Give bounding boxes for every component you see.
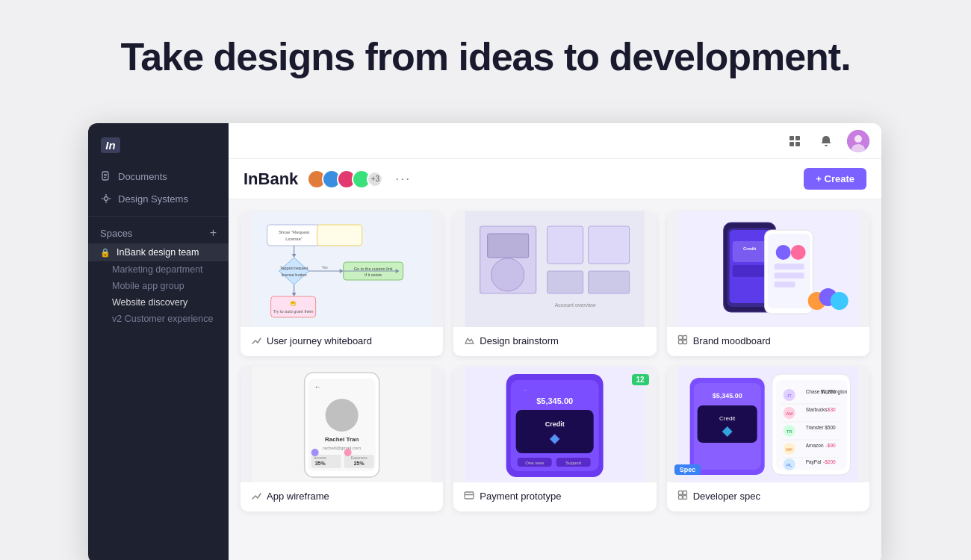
sidebar-item-inbank-design-team[interactable]: 🔒 InBank design team bbox=[88, 243, 229, 261]
svg-rect-45 bbox=[547, 226, 583, 264]
svg-text:License": License" bbox=[285, 237, 303, 241]
card-thumb-payment-prototype: ← $5,345.00 Credit One view Support bbox=[453, 367, 656, 482]
svg-rect-11 bbox=[789, 142, 794, 146]
card-thumb-brand-moodboard: Credit bbox=[667, 211, 869, 327]
svg-text:←: ← bbox=[314, 383, 321, 391]
card-icon-developer-spec bbox=[677, 490, 688, 503]
svg-rect-70 bbox=[683, 340, 686, 344]
svg-text:Show "Request: Show "Request bbox=[279, 230, 309, 234]
card-icon-payment-prototype bbox=[464, 490, 474, 503]
avatar-count: +3 bbox=[367, 171, 383, 187]
card-design-brainstorm[interactable]: Account overview Design brainstorm bbox=[453, 211, 656, 356]
card-developer-spec[interactable]: $5,345.00 Credit JT Chase Worthington $1… bbox=[667, 367, 869, 511]
svg-rect-48 bbox=[589, 271, 630, 293]
card-payment-prototype[interactable]: ← $5,345.00 Credit One view Support bbox=[453, 367, 656, 511]
sidebar-sub-marketing[interactable]: Marketing department bbox=[88, 261, 229, 278]
card-thumb-design-brainstorm: Account overview bbox=[453, 211, 656, 327]
project-title-row: InBank +3 ··· bbox=[243, 169, 414, 189]
svg-rect-61 bbox=[774, 264, 804, 270]
svg-rect-68 bbox=[683, 336, 686, 340]
svg-point-59 bbox=[775, 245, 790, 260]
sidebar-logo: In bbox=[88, 134, 229, 165]
svg-text:if it exists: if it exists bbox=[364, 273, 382, 277]
cards-grid: Show "Request License" What's the messag… bbox=[229, 199, 881, 560]
hero-title: Take designs from ideas to development. bbox=[0, 36, 971, 78]
svg-text:Income: Income bbox=[314, 455, 326, 460]
svg-rect-47 bbox=[547, 271, 583, 293]
svg-text:Go to the custom link: Go to the custom link bbox=[354, 267, 393, 271]
svg-text:Try to auto grant them: Try to auto grant them bbox=[273, 309, 314, 314]
sidebar-item-documents[interactable]: Documents bbox=[88, 165, 229, 187]
svg-point-14 bbox=[854, 135, 862, 143]
svg-rect-56 bbox=[732, 265, 766, 277]
svg-rect-58 bbox=[767, 234, 810, 308]
notification-bell-icon[interactable] bbox=[816, 131, 837, 152]
card-user-journey[interactable]: Show "Request License" What's the messag… bbox=[241, 211, 443, 356]
sidebar-sub-website-discovery[interactable]: Website discovery bbox=[88, 294, 229, 311]
card-thumb-app-wireframe: ← Rachel Tran rachelt@gmail.com Income E… bbox=[241, 367, 443, 482]
svg-rect-12 bbox=[795, 142, 800, 146]
card-label-payment-prototype: Payment prototype bbox=[453, 482, 656, 511]
spaces-header: Spaces + bbox=[88, 223, 229, 243]
svg-rect-9 bbox=[789, 136, 794, 140]
svg-point-66 bbox=[830, 292, 848, 310]
svg-point-84 bbox=[311, 449, 319, 456]
svg-text:Starbucks: Starbucks bbox=[805, 407, 828, 412]
card-app-wireframe[interactable]: ← Rachel Tran rachelt@gmail.com Income E… bbox=[241, 367, 443, 511]
svg-text:$5,345.00: $5,345.00 bbox=[537, 396, 574, 405]
card-label-developer-spec: Developer spec bbox=[667, 482, 869, 511]
add-space-button[interactable]: + bbox=[210, 227, 217, 239]
sidebar-sub-v2-customer[interactable]: v2 Customer experience bbox=[88, 311, 229, 327]
project-title: InBank bbox=[243, 169, 298, 189]
card-label-design-brainstorm: Design brainstorm bbox=[453, 327, 656, 356]
svg-rect-54 bbox=[732, 241, 766, 262]
svg-rect-105 bbox=[697, 405, 757, 443]
documents-icon bbox=[100, 170, 112, 182]
create-button[interactable]: + Create bbox=[804, 168, 866, 190]
svg-rect-136 bbox=[678, 496, 682, 500]
svg-text:$1,200: $1,200 bbox=[820, 389, 835, 394]
card-thumb-user-journey: Show "Request License" What's the messag… bbox=[241, 211, 443, 327]
svg-text:25%: 25% bbox=[354, 461, 365, 466]
more-options-button[interactable]: ··· bbox=[392, 171, 414, 187]
svg-rect-137 bbox=[683, 496, 686, 500]
svg-point-4 bbox=[105, 197, 108, 201]
content-header: InBank +3 ··· + Create bbox=[229, 159, 881, 199]
svg-rect-17 bbox=[267, 225, 321, 246]
design-systems-icon bbox=[100, 193, 112, 205]
svg-text:Credit: Credit bbox=[545, 420, 565, 428]
svg-text:MK: MK bbox=[786, 447, 792, 452]
svg-text:-$30: -$30 bbox=[825, 407, 835, 412]
svg-text:Rachel Tran: Rachel Tran bbox=[325, 436, 359, 443]
svg-point-44 bbox=[491, 258, 524, 291]
svg-rect-36 bbox=[271, 296, 316, 317]
svg-text:35%: 35% bbox=[315, 461, 326, 466]
sidebar-item-design-systems[interactable]: Design Systems bbox=[88, 187, 229, 210]
card-icon-app-wireframe bbox=[251, 490, 261, 503]
app-window: In Documents Design Systems Spaces + 🔒 I… bbox=[88, 123, 881, 560]
card-brand-moodboard[interactable]: Credit bbox=[667, 211, 869, 356]
svg-rect-63 bbox=[774, 281, 795, 287]
badge-12: 12 bbox=[632, 374, 649, 385]
main-content: InBank +3 ··· + Create bbox=[229, 123, 881, 560]
svg-text:Tapped request: Tapped request bbox=[280, 266, 308, 270]
svg-point-60 bbox=[790, 245, 805, 260]
lock-icon: 🔒 bbox=[100, 248, 111, 258]
logo-icon: In bbox=[100, 137, 121, 153]
sidebar-sub-mobile-app[interactable]: Mobile app group bbox=[88, 278, 229, 294]
svg-rect-10 bbox=[795, 136, 800, 140]
svg-rect-46 bbox=[589, 226, 630, 264]
card-icon-design-brainstorm bbox=[464, 335, 474, 347]
grid-icon[interactable] bbox=[784, 131, 805, 152]
svg-rect-91 bbox=[516, 410, 594, 453]
svg-text:Yes: Yes bbox=[322, 265, 329, 270]
svg-rect-134 bbox=[678, 491, 682, 495]
svg-rect-135 bbox=[683, 491, 686, 495]
user-avatar[interactable] bbox=[847, 130, 869, 152]
svg-text:Amazon: Amazon bbox=[805, 443, 823, 448]
svg-text:$5,345.00: $5,345.00 bbox=[712, 392, 742, 399]
card-thumb-developer-spec: $5,345.00 Credit JT Chase Worthington $1… bbox=[667, 367, 869, 482]
svg-text:TR: TR bbox=[786, 429, 792, 434]
card-icon-user-journey bbox=[251, 335, 261, 347]
svg-text:😬: 😬 bbox=[290, 300, 297, 307]
